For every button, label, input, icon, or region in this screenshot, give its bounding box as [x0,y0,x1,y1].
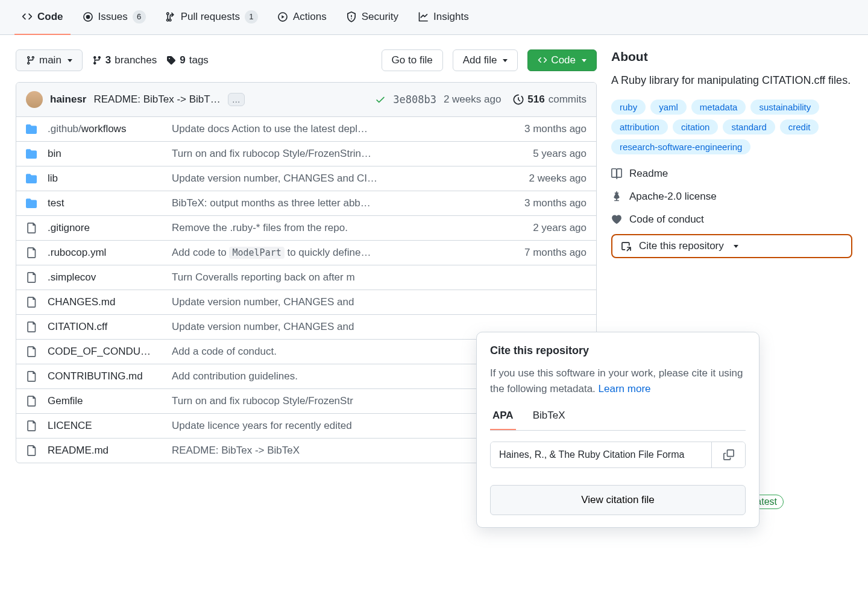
tab-issues[interactable]: Issues 6 [75,0,153,35]
file-commit-msg[interactable]: Remove the .ruby-* files from the repo. [172,222,492,234]
file-time: 2 weeks ago [502,173,587,185]
topic-tag[interactable]: sustainability [750,100,819,115]
topic-tag[interactable]: standard [723,119,775,135]
tab-security[interactable]: Security [339,0,406,35]
caret-down-icon [734,245,738,248]
file-commit-msg[interactable]: Add a code of conduct. [172,346,492,358]
about-heading: About [611,49,852,64]
commit-sha[interactable]: 3e808b3 [393,93,436,106]
citation-box [490,442,746,468]
topic-tag[interactable]: attribution [611,119,668,135]
file-name[interactable]: .gitignore [48,222,162,234]
tab-code-label: Code [37,11,63,23]
file-time: 5 years ago [502,148,587,160]
about-sidebar: About A Ruby library for manipulating CI… [611,49,852,258]
branch-selector[interactable]: main [16,49,83,71]
cite-learn-more-link[interactable]: Learn more [599,383,651,394]
citation-text-input[interactable] [491,442,711,467]
cite-tab-bibtex[interactable]: BibTeX [530,406,568,430]
file-time: 2 years ago [502,222,587,234]
file-name[interactable]: CODE_OF_CONDU… [48,346,162,358]
repo-toolbar: main 3 branches 9 tags Go to file Add fi… [16,49,597,71]
file-name[interactable]: bin [48,148,162,160]
topic-tag[interactable]: metadata [691,100,746,115]
book-icon [611,168,622,179]
tab-code[interactable]: Code [14,0,71,35]
file-row: .github/workflowsUpdate docs Action to u… [16,117,596,142]
file-icon [26,247,38,258]
file-name[interactable]: CHANGES.md [48,296,162,308]
cite-tab-apa[interactable]: APA [490,406,516,430]
file-commit-msg[interactable]: Update licence years for recently edited [172,420,492,432]
branches-label: branches [115,54,157,66]
file-name[interactable]: lib [48,173,162,185]
add-file-button[interactable]: Add file [453,49,518,71]
tab-actions[interactable]: Actions [270,0,334,35]
branches-link[interactable]: 3 branches [92,54,157,66]
check-icon[interactable] [375,93,386,106]
go-to-file-button[interactable]: Go to file [382,49,443,71]
file-time: 7 months ago [502,247,587,259]
file-commit-msg[interactable]: Add contribution guidelines. [172,370,492,382]
file-commit-msg[interactable]: Update version number, CHANGES and [172,296,492,308]
file-icon [26,445,38,456]
readme-link[interactable]: Readme [611,165,852,182]
cite-popover: Cite this repository If you use this sof… [476,332,760,478]
cross-reference-icon [621,241,632,252]
commits-count: 516 [527,93,544,106]
folder-icon [26,148,38,159]
graph-icon [418,11,429,22]
topic-tag[interactable]: ruby [611,100,646,115]
tags-count: 9 [180,54,185,66]
file-commit-msg[interactable]: Update version number, CHANGES and [172,321,492,333]
topic-tag[interactable]: yaml [650,100,687,115]
license-link[interactable]: Apache-2.0 license [611,188,852,205]
topic-tag[interactable]: research-software-engineering [611,139,750,154]
latest-commit-bar: hainesr README: BibTex -> BibT… … 3e808b… [16,83,596,117]
file-commit-msg[interactable]: Update version number, CHANGES and CI… [172,173,492,185]
file-icon [26,396,38,407]
file-name[interactable]: test [48,197,162,209]
branches-count: 3 [105,54,111,66]
file-commit-msg[interactable]: Update docs Action to use the latest dep… [172,123,492,135]
file-icon [26,223,38,233]
file-name[interactable]: CONTRIBUTING.md [48,370,162,382]
tab-pulls[interactable]: Pull requests 1 [158,0,265,35]
file-name[interactable]: .github/workflows [48,123,162,135]
tab-insights-label: Insights [433,11,469,23]
commit-message[interactable]: README: BibTex -> BibT… [93,93,220,106]
code-icon [22,11,33,22]
file-commit-msg[interactable]: Turn Coveralls reporting back on after m [172,271,492,283]
commit-author[interactable]: hainesr [50,93,86,106]
file-name[interactable]: README.md [48,445,162,457]
file-icon [26,346,38,357]
caret-down-icon [503,59,508,62]
file-commit-msg[interactable]: Turn on and fix rubocop Style/FrozenStr [172,395,492,407]
file-name[interactable]: CITATION.cff [48,321,162,333]
file-commit-msg[interactable]: BibTeX: output months as three letter ab… [172,197,492,209]
file-name[interactable]: .simplecov [48,271,162,283]
cite-repository-button[interactable]: Cite this repository [611,234,852,258]
coc-link[interactable]: Code of conduct [611,211,852,228]
code-button[interactable]: Code [527,49,597,71]
tab-security-label: Security [362,11,398,23]
commits-link[interactable]: 516 commits [513,93,587,106]
topic-tag[interactable]: credit [780,119,819,135]
caret-down-icon [582,59,587,62]
file-icon [26,272,38,283]
commit-message-expand[interactable]: … [228,93,245,106]
copy-citation-button[interactable] [711,442,745,467]
cite-popover-text: If you use this software in your work, p… [490,366,746,396]
tags-link[interactable]: 9 tags [166,54,209,66]
tab-insights[interactable]: Insights [410,0,476,35]
file-commit-msg[interactable]: README: BibTex -> BibTeX [172,445,492,457]
file-name[interactable]: Gemfile [48,395,162,407]
topic-tag[interactable]: citation [673,119,719,135]
file-name[interactable]: .rubocop.yml [48,247,162,259]
file-commit-msg[interactable]: Turn on and fix rubocop Style/FrozenStri… [172,148,492,160]
file-name[interactable]: LICENCE [48,420,162,432]
file-row: .gitignoreRemove the .ruby-* files from … [16,216,596,241]
license-label: Apache-2.0 license [629,191,717,203]
avatar[interactable] [26,91,43,108]
file-commit-msg[interactable]: Add code to ModelPart to quickly define… [172,247,492,259]
